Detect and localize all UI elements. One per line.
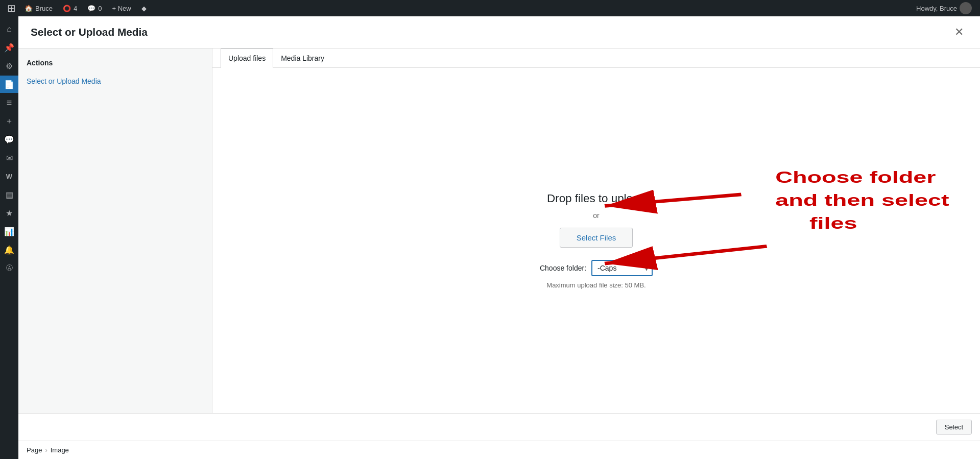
admin-bar-updates[interactable]: ⭕ 4 bbox=[59, 0, 81, 16]
sidebar-icon-mail[interactable]: ✉ bbox=[0, 149, 18, 166]
or-text: or bbox=[593, 211, 599, 220]
sidebar-icon-star[interactable]: ★ bbox=[0, 204, 18, 222]
breadcrumb-bar: Page › Image bbox=[18, 441, 980, 459]
dialog-tabs: Upload files Media Library bbox=[212, 49, 980, 68]
breadcrumb-page: Page bbox=[27, 446, 42, 454]
howdy-user[interactable]: Howdy, Bruce bbox=[912, 0, 976, 16]
dialog-left-sidebar: Actions Select or Upload Media bbox=[18, 49, 212, 413]
drop-files-text: Drop files to upload bbox=[547, 192, 646, 205]
sidebar-icon-dashboard[interactable]: ⌂ bbox=[0, 20, 18, 38]
dialog-footer: Select bbox=[18, 413, 980, 441]
folder-select-wrapper: -Caps Root Images Documents bbox=[591, 260, 653, 276]
dialog-header: Select or Upload Media ✕ bbox=[18, 16, 980, 49]
admin-bar-new[interactable]: + New bbox=[108, 0, 135, 16]
sidebar-icon-woo[interactable]: W bbox=[0, 167, 18, 185]
howdy-text: Howdy, Bruce bbox=[916, 5, 957, 12]
breadcrumb-separator: › bbox=[45, 446, 47, 454]
tab-upload-files[interactable]: Upload files bbox=[221, 49, 273, 68]
admin-bar: ⊞ 🏠 Bruce ⭕ 4 💬 0 + New ◆ Howdy, Bruce bbox=[0, 0, 980, 16]
footer-select-button[interactable]: Select bbox=[936, 420, 972, 434]
user-avatar bbox=[960, 2, 972, 14]
svg-text:and then select: and then select bbox=[775, 191, 949, 209]
sidebar-icon-media[interactable]: ▤ bbox=[0, 186, 18, 203]
sidebar: ⌂ 📌 ⚙ 📄 ≡ ＋ 💬 ✉ W ▤ ★ 📊 🔔 Ⓐ bbox=[0, 16, 18, 459]
sidebar-icon-comments[interactable]: 💬 bbox=[0, 131, 18, 148]
choose-folder-label: Choose folder: bbox=[540, 264, 586, 272]
admin-bar-right: Howdy, Bruce bbox=[912, 0, 976, 16]
max-upload-text: Maximum upload file size: 50 MB. bbox=[546, 281, 646, 289]
media-dialog: Select or Upload Media ✕ Actions Select … bbox=[18, 16, 980, 441]
folder-select[interactable]: -Caps Root Images Documents bbox=[591, 260, 653, 276]
comments-bar-icon: 💬 bbox=[87, 5, 95, 12]
sidebar-icon-settings[interactable]: ⚙ bbox=[0, 57, 18, 75]
sidebar-icon-pages[interactable]: 📄 bbox=[0, 76, 18, 93]
updates-icon: ⭕ bbox=[63, 5, 71, 12]
sidebar-icon-add[interactable]: ＋ bbox=[0, 112, 18, 130]
dialog-close-button[interactable]: ✕ bbox=[950, 25, 968, 40]
sidebar-icon-pin[interactable]: 📌 bbox=[0, 39, 18, 56]
admin-bar-diamond[interactable]: ◆ bbox=[137, 0, 151, 16]
select-files-button[interactable]: Select Files bbox=[560, 228, 633, 248]
dialog-main: Upload files Media Library Drop files to… bbox=[212, 49, 980, 413]
home-icon: 🏠 bbox=[25, 5, 33, 12]
sidebar-icon-bell[interactable]: 🔔 bbox=[0, 241, 18, 258]
dialog-body: Actions Select or Upload Media Upload fi… bbox=[18, 49, 980, 413]
wp-logo-icon[interactable]: ⊞ bbox=[4, 0, 18, 16]
dialog-title: Select or Upload Media bbox=[31, 26, 148, 38]
sidebar-icon-a[interactable]: Ⓐ bbox=[0, 259, 18, 277]
breadcrumb-image: Image bbox=[51, 446, 69, 454]
admin-bar-comments[interactable]: 💬 0 bbox=[83, 0, 106, 16]
folder-row: Choose folder: -Caps Root Images Documen… bbox=[540, 260, 653, 276]
tab-media-library[interactable]: Media Library bbox=[273, 49, 332, 68]
svg-text:files: files bbox=[809, 214, 857, 232]
site-name: Bruce bbox=[35, 5, 53, 12]
actions-label: Actions bbox=[27, 59, 204, 67]
sidebar-icon-chart[interactable]: 📊 bbox=[0, 223, 18, 240]
admin-bar-home[interactable]: 🏠 Bruce bbox=[20, 0, 57, 16]
upload-drop-area[interactable]: Drop files to upload or Select Files Cho… bbox=[212, 68, 980, 413]
new-label: + New bbox=[112, 5, 131, 12]
sidebar-icon-all[interactable]: ≡ bbox=[0, 94, 18, 111]
sidebar-menu-item-upload[interactable]: Select or Upload Media bbox=[27, 75, 204, 87]
svg-text:Choose folder: Choose folder bbox=[775, 168, 936, 186]
diamond-icon: ◆ bbox=[141, 5, 147, 12]
